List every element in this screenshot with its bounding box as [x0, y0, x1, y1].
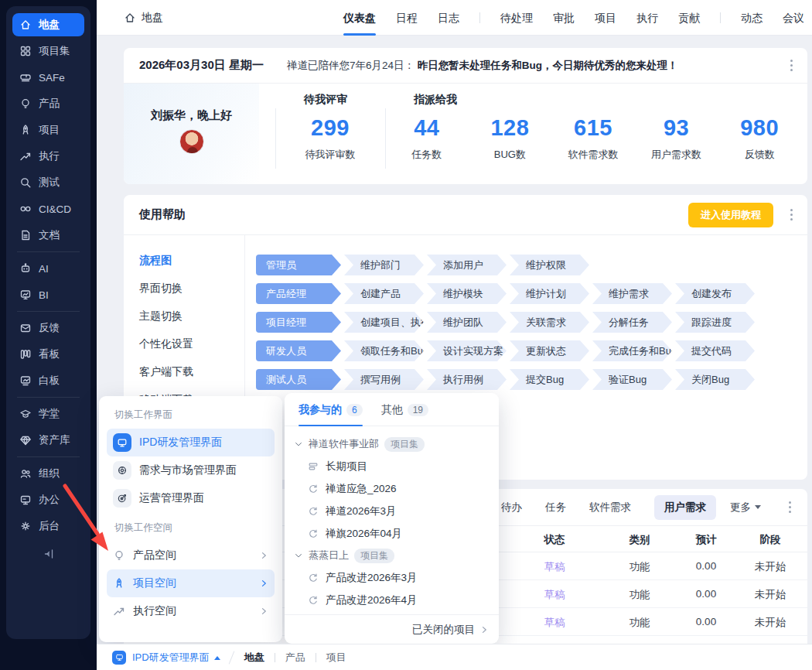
- menu-item-operation-interface[interactable]: 运营管理界面: [107, 484, 275, 512]
- requirement-count[interactable]: 93: [664, 115, 689, 140]
- interface-switcher-button[interactable]: IPD研发管理界面: [132, 651, 220, 665]
- flow-step[interactable]: 维护需求: [592, 283, 672, 304]
- worklist-tab-more[interactable]: 更多: [730, 501, 761, 514]
- crumb-divider: [316, 653, 316, 662]
- flow-step[interactable]: 维护团队: [427, 312, 507, 333]
- feedback-count[interactable]: 980: [740, 115, 779, 140]
- menu-item-project-space[interactable]: 项目空间: [107, 569, 275, 597]
- sidebar-item-feedback[interactable]: 反馈: [12, 316, 84, 340]
- sidebar-item-product[interactable]: 产品: [12, 92, 84, 115]
- worklist-tab-todo[interactable]: 待办: [501, 501, 522, 514]
- sidebar-item-org[interactable]: 组织: [12, 462, 84, 485]
- menu-item-product-space[interactable]: 产品空间: [107, 542, 275, 569]
- flow-step[interactable]: 关闭Bug: [675, 369, 755, 390]
- flow-step[interactable]: 维护模块: [427, 283, 507, 304]
- flow-step[interactable]: 跟踪进度: [675, 312, 755, 333]
- tree-group[interactable]: 蒸蒸日上 项目集: [294, 545, 490, 566]
- tab-worklog[interactable]: 日志: [438, 0, 459, 36]
- user-avatar[interactable]: [179, 129, 204, 154]
- card-more-button[interactable]: [784, 501, 795, 513]
- list-item[interactable]: 禅旗2026年04月: [294, 522, 490, 545]
- flow-step[interactable]: 添加用户: [427, 255, 507, 275]
- flow-step[interactable]: 提交Bug: [510, 369, 589, 390]
- list-item[interactable]: 产品改进2026年4月: [294, 589, 490, 611]
- flow-step[interactable]: 关联需求: [510, 312, 589, 333]
- tab-pending[interactable]: 待处理: [500, 0, 533, 36]
- tab-contribution[interactable]: 贡献: [678, 0, 700, 36]
- sidebar-item-cicd[interactable]: CI&CD: [12, 197, 84, 220]
- task-count[interactable]: 44: [414, 115, 439, 140]
- list-item[interactable]: 禅道应急_2026: [294, 477, 490, 500]
- menu-item-ipd-interface[interactable]: IPD研发管理界面: [107, 429, 275, 456]
- stat-feedback: 980 反馈数: [718, 115, 801, 162]
- flow-step[interactable]: 领取任务和Bug: [344, 340, 424, 361]
- sidebar-item-execution[interactable]: 执行: [12, 145, 84, 168]
- tree-group[interactable]: 禅道软件事业部 项目集: [294, 433, 490, 455]
- breadcrumb-home[interactable]: 地盘: [124, 11, 163, 25]
- tab-other-projects[interactable]: 其他 19: [381, 403, 428, 426]
- bottom-crumb-product[interactable]: 产品: [285, 651, 305, 665]
- help-menu-flowchart[interactable]: 流程图: [139, 254, 244, 268]
- flow-step[interactable]: 创建发布: [675, 283, 755, 304]
- sidebar-item-office[interactable]: 办公: [12, 488, 84, 511]
- flow-step[interactable]: 执行用例: [427, 369, 507, 390]
- sidebar-item-qa[interactable]: 测试: [12, 171, 84, 194]
- sidebar-item-asset[interactable]: 资产库: [12, 429, 84, 452]
- story-count[interactable]: 615: [574, 115, 612, 140]
- menu-item-market-interface[interactable]: 需求与市场管理界面: [107, 456, 275, 484]
- list-item[interactable]: 禅道2026年3月: [294, 500, 490, 522]
- bottom-crumb-project[interactable]: 项目: [326, 651, 346, 665]
- tab-approval[interactable]: 审批: [553, 0, 575, 36]
- sidebar-item-kanban[interactable]: 看板: [12, 343, 84, 366]
- review-group-label: 待我评审: [275, 93, 385, 107]
- flow-step[interactable]: 提交代码: [675, 340, 755, 361]
- worklist-tab-task[interactable]: 任务: [545, 501, 566, 514]
- tab-meeting[interactable]: 会议: [783, 0, 804, 36]
- list-item[interactable]: 长期项目: [294, 455, 490, 477]
- tab-dynamic[interactable]: 动态: [741, 0, 763, 36]
- sidebar-item-school[interactable]: 学堂: [12, 402, 84, 426]
- flow-step[interactable]: 验证Bug: [592, 369, 672, 390]
- sidebar-item-ai[interactable]: AI: [12, 257, 84, 280]
- flow-step[interactable]: 维护权限: [510, 255, 589, 275]
- flow-step[interactable]: 撰写用例: [344, 369, 424, 390]
- flow-step[interactable]: 设计实现方案: [427, 340, 507, 361]
- card-more-button[interactable]: [786, 209, 797, 220]
- list-item[interactable]: 产品改进2026年3月: [294, 566, 490, 589]
- sidebar-divider: [17, 397, 80, 398]
- help-menu-client-download[interactable]: 客户端下载: [139, 365, 244, 379]
- card-more-button[interactable]: [786, 60, 797, 71]
- review-count[interactable]: 299: [275, 115, 385, 141]
- closed-projects-link[interactable]: 已关闭的项目: [285, 614, 499, 644]
- tab-dashboard[interactable]: 仪表盘: [343, 0, 376, 36]
- menu-item-execution-space[interactable]: 执行空间: [107, 597, 275, 625]
- sidebar-item-dashboard[interactable]: 地盘: [12, 13, 84, 36]
- help-menu-personalization[interactable]: 个性化设置: [139, 337, 244, 351]
- help-menu-interface-switch[interactable]: 界面切换: [139, 282, 244, 296]
- flow-step[interactable]: 创建产品: [344, 283, 424, 304]
- tab-project[interactable]: 项目: [595, 0, 616, 36]
- bug-count[interactable]: 128: [490, 115, 529, 140]
- tab-my-projects[interactable]: 我参与的 6: [299, 403, 363, 426]
- worklist-tab-requirement[interactable]: 用户需求: [654, 495, 716, 520]
- flow-step[interactable]: 分解任务: [592, 312, 672, 333]
- sidebar-item-program[interactable]: 项目集: [12, 39, 84, 63]
- flow-step[interactable]: 更新状态: [510, 340, 589, 361]
- help-menu-theme-switch[interactable]: 主题切换: [139, 309, 244, 323]
- bottom-crumb-dashboard[interactable]: 地盘: [244, 651, 264, 665]
- sidebar-collapse-button[interactable]: [6, 541, 90, 567]
- flow-step[interactable]: 维护计划: [510, 283, 589, 304]
- flow-step[interactable]: 维护部门: [344, 255, 424, 275]
- sidebar-item-safe[interactable]: SAFe: [12, 66, 84, 89]
- worklist-tab-story[interactable]: 软件需求: [589, 501, 631, 514]
- sidebar-item-whiteboard[interactable]: 白板: [12, 369, 84, 392]
- tab-calendar[interactable]: 日程: [396, 0, 418, 36]
- sidebar-item-admin[interactable]: 后台: [12, 514, 84, 538]
- sidebar-item-project[interactable]: 项目: [12, 118, 84, 142]
- flow-step[interactable]: 创建项目、执行: [344, 312, 424, 333]
- tab-execution[interactable]: 执行: [636, 0, 658, 36]
- flow-step[interactable]: 完成任务和Bug: [592, 340, 672, 361]
- tutorial-button[interactable]: 进入使用教程: [688, 203, 773, 227]
- sidebar-item-bi[interactable]: BI: [12, 283, 84, 306]
- sidebar-item-doc[interactable]: 文档: [12, 224, 84, 247]
